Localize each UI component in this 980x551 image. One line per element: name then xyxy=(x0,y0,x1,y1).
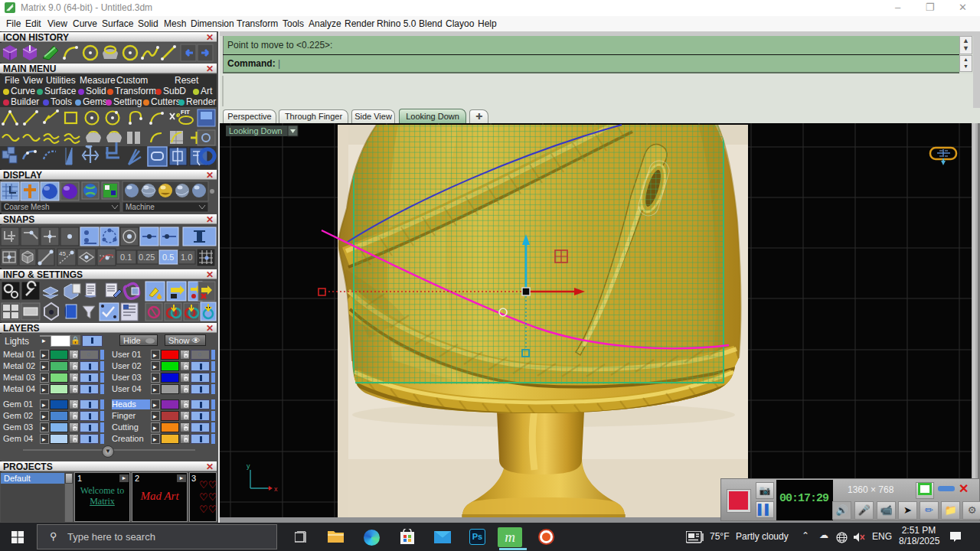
svg-text:Machine: Machine xyxy=(126,203,155,211)
svg-text:0.5: 0.5 xyxy=(162,253,174,262)
svg-text:0.25: 0.25 xyxy=(139,253,155,262)
svg-text:1.0: 1.0 xyxy=(181,253,192,262)
svg-text:x: x xyxy=(274,485,278,493)
svg-text:0.1: 0.1 xyxy=(120,253,132,262)
svg-text:Looking Down: Looking Down xyxy=(229,126,283,135)
svg-text:Coarse Mesh: Coarse Mesh xyxy=(4,203,49,211)
svg-text:45: 45 xyxy=(59,250,66,257)
svg-text:FIT: FIT xyxy=(181,109,190,116)
svg-text:y: y xyxy=(247,462,250,470)
svg-text:e: e xyxy=(176,111,180,119)
